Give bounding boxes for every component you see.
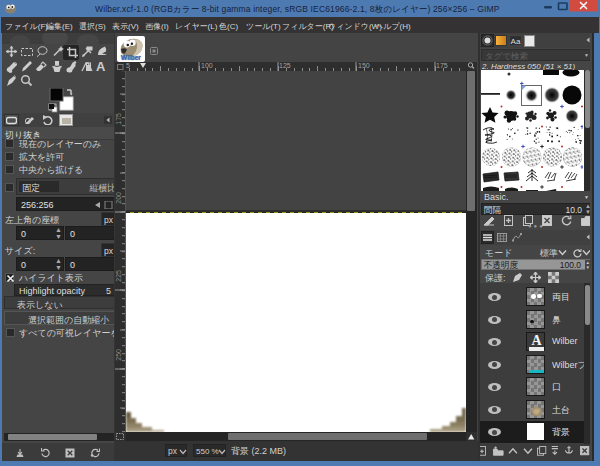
svg-text:A: A <box>96 59 106 74</box>
